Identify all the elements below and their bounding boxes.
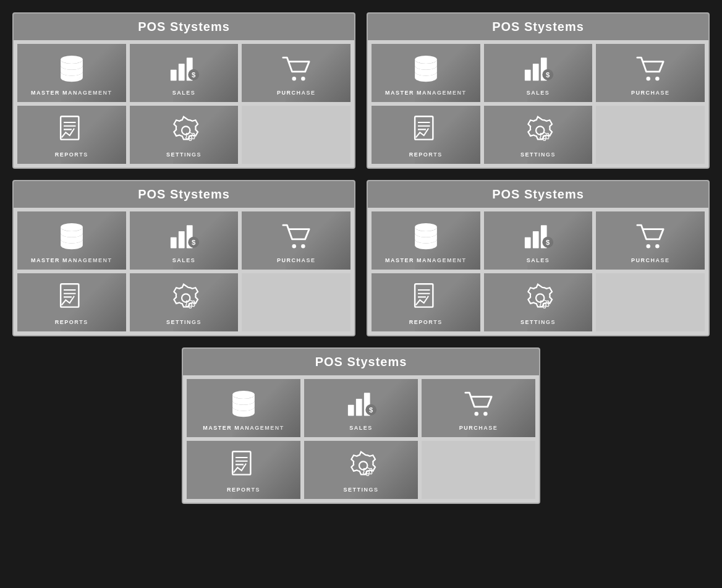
- reports-icon-3: [56, 282, 88, 314]
- panel-row-2: POS Stystems MASTER MANAGEMENT: [12, 180, 710, 336]
- svg-point-31: [415, 56, 437, 64]
- panel-4-grid-row1: MASTER MANAGEMENT $ SALES: [368, 208, 708, 273]
- tile-purchase-4[interactable]: PURCHASE: [596, 211, 705, 270]
- cart-icon: [280, 53, 312, 85]
- reports-icon-5: [227, 450, 260, 482]
- svg-point-79: [475, 412, 479, 416]
- sales-icon-3: $: [168, 220, 200, 252]
- tile-sales-label-5: SALES: [349, 425, 373, 431]
- tile-purchase-label-4: PURCHASE: [631, 257, 670, 263]
- svg-point-38: [655, 77, 660, 81]
- svg-rect-74: [348, 405, 354, 416]
- tile-reports-label-4: REPORTS: [409, 319, 443, 325]
- svg-text:$: $: [369, 406, 373, 414]
- panel-5-grid-row2: REPORTS SETTINGS: [183, 441, 539, 503]
- tile-master-management-5[interactable]: MASTER MANAGEMENT: [187, 379, 300, 437]
- svg-rect-33: [533, 64, 539, 81]
- tile-settings-label-5: SETTINGS: [343, 487, 378, 493]
- panel-5-header: POS Stystems: [183, 349, 539, 375]
- tile-reports-3[interactable]: REPORTS: [17, 273, 126, 331]
- panel-4-title: POS Stystems: [368, 187, 708, 202]
- sales-icon-2: $: [522, 53, 554, 85]
- tile-settings-2[interactable]: SETTINGS: [484, 106, 593, 164]
- svg-text:$: $: [192, 71, 197, 79]
- tile-reports-2[interactable]: REPORTS: [372, 106, 480, 164]
- tile-purchase-label: PURCHASE: [277, 90, 316, 96]
- panel-5-grid-row1: MASTER MANAGEMENT $ SALES: [183, 375, 539, 441]
- tile-reports-label-5: REPORTS: [227, 487, 260, 493]
- settings-icon-4: [522, 282, 554, 314]
- tile-sales-3[interactable]: $ SALES: [130, 211, 239, 270]
- tile-master-management-4[interactable]: MASTER MANAGEMENT: [372, 211, 480, 270]
- tile-reports-label-3: REPORTS: [55, 319, 88, 325]
- tile-settings-label-4: SETTINGS: [520, 319, 556, 325]
- tile-master-management-label-2: MASTER MANAGEMENT: [385, 90, 467, 96]
- tile-sales-label-3: SALES: [172, 257, 196, 263]
- tile-master-management-label-3: MASTER MANAGEMENT: [31, 257, 113, 263]
- tile-master-management-label: MASTER MANAGEMENT: [31, 90, 113, 96]
- tile-settings-5[interactable]: SETTINGS: [304, 441, 418, 499]
- svg-point-73: [232, 391, 255, 399]
- cart-icon-5: [462, 388, 495, 420]
- tile-empty-5: [422, 441, 535, 499]
- panel-3-grid-row1: MASTER MANAGEMENT $ SALES: [14, 208, 354, 273]
- svg-rect-32: [525, 70, 531, 81]
- svg-point-80: [483, 412, 488, 416]
- tile-master-management[interactable]: MASTER MANAGEMENT: [17, 44, 126, 102]
- pos-panel-2: POS Stystems MASTER MANAGEMENT: [367, 12, 710, 169]
- tile-purchase-2[interactable]: PURCHASE: [596, 44, 705, 102]
- tile-settings[interactable]: SETTINGS: [130, 106, 239, 164]
- pos-panel-5: POS Stystems MASTER MANAGEMENT: [182, 347, 540, 504]
- svg-rect-46: [171, 237, 177, 249]
- reports-icon-4: [410, 282, 442, 314]
- svg-point-23: [292, 77, 297, 81]
- tile-sales-4[interactable]: $ SALES: [484, 211, 593, 270]
- database-icon-5: [227, 388, 260, 420]
- svg-rect-75: [356, 399, 362, 416]
- tile-sales-label: SALES: [172, 90, 196, 96]
- tile-purchase[interactable]: PURCHASE: [242, 44, 350, 102]
- svg-text:$: $: [192, 239, 197, 246]
- tile-purchase-label-2: PURCHASE: [631, 90, 670, 96]
- tile-empty-4: [596, 273, 705, 331]
- tile-reports-5[interactable]: REPORTS: [187, 441, 300, 499]
- reports-icon-2: [410, 114, 442, 147]
- svg-point-45: [61, 223, 83, 231]
- tile-sales[interactable]: $ SALES: [130, 44, 239, 102]
- database-icon-2: [410, 53, 442, 85]
- sales-icon-5: $: [345, 388, 377, 420]
- svg-point-59: [415, 223, 437, 231]
- tile-purchase-5[interactable]: PURCHASE: [422, 379, 535, 437]
- svg-point-66: [655, 244, 660, 249]
- panel-1-grid-row1: MASTER MANAGEMENT $ SALES: [14, 40, 354, 106]
- cart-icon-2: [634, 53, 666, 85]
- tile-reports-4[interactable]: REPORTS: [372, 273, 480, 331]
- panel-1-title: POS Stystems: [14, 20, 354, 34]
- tile-master-management-label-4: MASTER MANAGEMENT: [385, 257, 467, 263]
- panel-4-grid-row2: REPORTS SETTINGS: [368, 273, 708, 335]
- tile-settings-4[interactable]: SETTINGS: [484, 273, 593, 331]
- panel-row-1: POS Stystems MASTER MANAGEMENT: [12, 12, 710, 169]
- pos-panel-3: POS Stystems MASTER MANAGEMENT: [12, 180, 355, 336]
- tile-settings-label: SETTINGS: [166, 151, 202, 158]
- sales-icon: $: [168, 53, 200, 85]
- database-icon-4: [410, 220, 442, 252]
- tile-reports[interactable]: REPORTS: [17, 106, 126, 164]
- tile-sales-5[interactable]: $ SALES: [304, 379, 418, 437]
- tile-purchase-3[interactable]: PURCHASE: [242, 211, 350, 270]
- svg-point-51: [292, 244, 297, 249]
- tile-settings-3[interactable]: SETTINGS: [130, 273, 239, 331]
- tile-master-management-3[interactable]: MASTER MANAGEMENT: [17, 211, 126, 270]
- svg-point-65: [647, 244, 651, 249]
- tile-settings-label-3: SETTINGS: [166, 319, 202, 325]
- cart-icon-4: [634, 220, 666, 252]
- panel-row-3: POS Stystems MASTER MANAGEMENT: [12, 347, 710, 504]
- tile-master-management-label-5: MASTER MANAGEMENT: [203, 425, 284, 431]
- panel-3-title: POS Stystems: [14, 187, 354, 202]
- tile-sales-label-2: SALES: [527, 90, 550, 96]
- svg-text:$: $: [546, 239, 551, 246]
- tile-purchase-label-5: PURCHASE: [459, 425, 498, 431]
- tile-sales-2[interactable]: $ SALES: [484, 44, 593, 102]
- tile-master-management-2[interactable]: MASTER MANAGEMENT: [372, 44, 480, 102]
- panel-1-header: POS Stystems: [14, 14, 354, 40]
